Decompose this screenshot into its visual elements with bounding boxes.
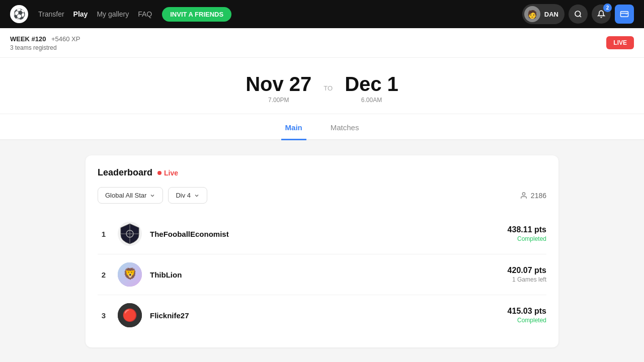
nav-links: Transfer Play My gallery FAQ	[38, 10, 152, 18]
filter1-label: Global All Star	[105, 192, 146, 199]
nav-play[interactable]: Play	[73, 10, 88, 18]
live-dot	[157, 171, 162, 175]
live-indicator: Live	[157, 169, 178, 177]
table-row: 1 TheFooballEconomist 438.11 pts Complet…	[98, 214, 546, 254]
week-xp: +5460 XP	[51, 35, 80, 43]
wallet-icon	[620, 10, 629, 19]
status-2: 1 Games left	[508, 276, 546, 283]
chevron-down-icon	[149, 193, 155, 199]
person-icon	[520, 192, 528, 200]
status-1: Completed	[508, 235, 546, 242]
date-section: Nov 27 7.00PM TO Dec 1 6.00AM	[0, 58, 644, 114]
leaderboard-title: Leaderboard	[98, 167, 152, 178]
week-info: WEEK #120 +5460 XP 3 teams registred	[10, 34, 80, 51]
score-block-1: 438.11 pts Completed	[508, 225, 546, 242]
user-name: DAN	[544, 11, 558, 18]
avatar-2: 🦁	[118, 262, 142, 287]
live-label: Live	[164, 169, 178, 177]
filter2-label: Div 4	[176, 192, 191, 199]
start-date: Nov 27	[246, 73, 311, 96]
week-number: WEEK #120	[10, 35, 46, 43]
leaderboard-header: Leaderboard Live	[98, 167, 546, 178]
search-button[interactable]	[569, 5, 588, 24]
logo-icon: ⚽	[10, 5, 28, 23]
week-bar: WEEK #120 +5460 XP 3 teams registred LIV…	[0, 28, 644, 58]
filter-div4[interactable]: Div 4	[168, 187, 207, 204]
date-separator: TO	[324, 84, 333, 92]
start-time: 7.00PM	[268, 97, 289, 104]
svg-line-1	[580, 16, 581, 17]
date-row: Nov 27 7.00PM TO Dec 1 6.00AM	[0, 73, 644, 104]
nav-transfer[interactable]: Transfer	[38, 10, 64, 18]
tabs-row: Main Matches	[0, 114, 644, 140]
avatar-3: 🔴	[118, 303, 142, 327]
user-pill[interactable]: 🧑 DAN	[522, 4, 565, 24]
navbar: ⚽ Transfer Play My gallery FAQ INVIT A F…	[0, 0, 644, 28]
player-name-2: ThibLion	[150, 270, 500, 279]
player-name-1: TheFooballEconomist	[150, 230, 500, 238]
leaderboard-filters: Global All Star Div 4 2186	[98, 187, 546, 204]
rank-3: 3	[98, 311, 110, 320]
rank-2: 2	[98, 270, 110, 279]
nav-faq[interactable]: FAQ	[138, 10, 152, 18]
pts-2: 420.07 pts	[508, 266, 546, 275]
status-3: Completed	[508, 317, 546, 324]
invite-friends-button[interactable]: INVIT A FRIENDS	[162, 7, 231, 22]
live-badge: LIVE	[606, 36, 634, 49]
svg-text:🦁: 🦁	[123, 267, 137, 281]
score-block-3: 415.03 pts Completed	[508, 307, 546, 324]
week-label: WEEK #120 +5460 XP	[10, 34, 80, 43]
end-date-block: Dec 1 6.00AM	[345, 73, 398, 104]
table-row: 3 🔴 Flicknife27 415.03 pts Completed	[98, 295, 546, 335]
chevron-down-icon-2	[194, 193, 200, 199]
bell-icon	[597, 10, 605, 18]
start-date-block: Nov 27 7.00PM	[246, 73, 311, 104]
svg-rect-2	[621, 12, 628, 17]
end-time: 6.00AM	[361, 97, 382, 104]
svg-text:🔴: 🔴	[122, 308, 137, 322]
table-row: 2 🦁 ThibLion 420.07 pts 1 Games left	[98, 254, 546, 295]
player-name-3: Flicknife27	[150, 311, 500, 320]
tab-main[interactable]: Main	[281, 114, 306, 140]
search-icon	[574, 10, 582, 18]
nav-gallery[interactable]: My gallery	[97, 10, 129, 18]
dark-crest-icon: 🔴	[118, 303, 142, 327]
wallet-button[interactable]	[615, 5, 634, 24]
player-count: 2186	[520, 192, 546, 200]
avatar-1	[118, 222, 142, 246]
photo-avatar-icon: 🦁	[118, 262, 142, 287]
count-value: 2186	[531, 192, 546, 200]
notification-badge: 2	[603, 4, 612, 12]
pts-1: 438.11 pts	[508, 225, 546, 234]
avatar: 🧑	[524, 6, 540, 22]
week-teams: 3 teams registred	[10, 44, 80, 51]
content-area: Leaderboard Live Global All Star Div 4	[0, 140, 644, 362]
svg-point-0	[575, 11, 581, 17]
tab-matches[interactable]: Matches	[327, 114, 363, 140]
navbar-right: 🧑 DAN 2	[522, 4, 634, 24]
end-date: Dec 1	[345, 73, 398, 96]
shield-crest-icon	[120, 223, 140, 245]
leaderboard-card: Leaderboard Live Global All Star Div 4	[86, 155, 558, 347]
filter-global-allstar[interactable]: Global All Star	[98, 187, 163, 204]
score-block-2: 420.07 pts 1 Games left	[508, 266, 546, 283]
notification-button[interactable]: 2	[592, 5, 611, 24]
rank-1: 1	[98, 230, 110, 238]
pts-3: 415.03 pts	[508, 307, 546, 316]
svg-point-4	[522, 193, 525, 195]
